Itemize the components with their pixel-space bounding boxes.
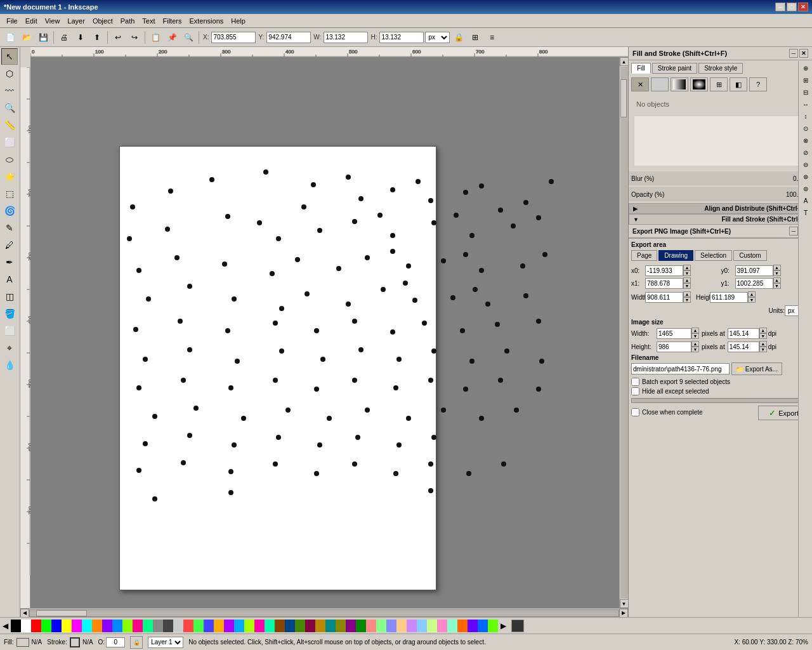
palette-color-33[interactable] bbox=[346, 620, 356, 632]
palette-color-28[interactable] bbox=[295, 620, 305, 632]
tab-page[interactable]: Page bbox=[631, 250, 657, 261]
menu-text[interactable]: Text bbox=[138, 16, 159, 26]
dot-112[interactable] bbox=[314, 471, 319, 476]
palette-color-27[interactable] bbox=[285, 620, 295, 632]
dot-85[interactable] bbox=[393, 385, 398, 390]
dot-87[interactable] bbox=[463, 387, 468, 392]
dot-92[interactable] bbox=[241, 416, 246, 421]
import-btn[interactable]: ⬇ bbox=[73, 30, 88, 45]
dot-38[interactable] bbox=[390, 249, 395, 254]
palette-scroll-right[interactable]: ▶ bbox=[498, 621, 509, 630]
snap-btn-11[interactable]: ⊚ bbox=[800, 183, 811, 194]
palette-color-12[interactable] bbox=[133, 620, 143, 632]
dot-5[interactable] bbox=[301, 204, 306, 209]
dot-95[interactable] bbox=[365, 408, 370, 413]
dot-55[interactable] bbox=[473, 287, 478, 292]
snap-btn-10[interactable]: ⊛ bbox=[800, 171, 811, 182]
dot-33[interactable] bbox=[270, 271, 275, 276]
dot-68[interactable] bbox=[143, 357, 148, 362]
palette-color-29[interactable] bbox=[305, 620, 315, 632]
palette-color-25[interactable] bbox=[265, 620, 275, 632]
snap-btn-4[interactable]: ↔ bbox=[800, 98, 811, 110]
snap-btn-7[interactable]: ⊗ bbox=[800, 135, 811, 146]
scroll-thumb-v[interactable] bbox=[620, 79, 627, 117]
palette-color-35[interactable] bbox=[366, 620, 376, 632]
pen-tool[interactable]: 🖊 bbox=[1, 237, 18, 253]
canvas-viewport[interactable] bbox=[30, 57, 619, 608]
dot-19[interactable] bbox=[276, 236, 281, 241]
dot-98[interactable] bbox=[479, 416, 484, 421]
dot-114[interactable] bbox=[393, 471, 398, 476]
dot-105[interactable] bbox=[355, 435, 360, 440]
img-height-up[interactable]: ▲ bbox=[691, 341, 699, 347]
palette-color-38[interactable] bbox=[396, 620, 407, 632]
palette-color-10[interactable] bbox=[112, 620, 122, 632]
redo-btn[interactable]: ↪ bbox=[127, 30, 142, 45]
dot-99[interactable] bbox=[514, 408, 519, 413]
dot-118[interactable] bbox=[152, 496, 157, 501]
tab-stroke-style[interactable]: Stroke style bbox=[698, 63, 743, 74]
dot-104[interactable] bbox=[317, 442, 322, 448]
dot-57[interactable] bbox=[133, 327, 138, 332]
hscroll-thumb[interactable] bbox=[36, 610, 87, 616]
palette-color-11[interactable] bbox=[122, 620, 133, 632]
palette-color-43[interactable] bbox=[447, 620, 457, 632]
w-input[interactable] bbox=[324, 32, 368, 43]
palette-color-15[interactable] bbox=[163, 620, 173, 632]
dot-73[interactable] bbox=[358, 347, 363, 352]
dot-51[interactable] bbox=[412, 298, 417, 303]
dot-102[interactable] bbox=[232, 442, 237, 448]
palette-color-24[interactable] bbox=[254, 620, 265, 632]
x0-up[interactable]: ▲ bbox=[683, 265, 691, 270]
dot-60[interactable] bbox=[273, 321, 278, 326]
dot-16[interactable] bbox=[127, 236, 132, 241]
circle-tool[interactable]: ⬭ bbox=[1, 151, 18, 168]
export-minimize[interactable]: ─ bbox=[789, 227, 798, 235]
palette-color-16[interactable] bbox=[173, 620, 183, 632]
gradient-tool[interactable]: ◫ bbox=[1, 288, 18, 305]
dot-64[interactable] bbox=[422, 321, 427, 326]
pencil-tool[interactable]: ✎ bbox=[1, 220, 18, 236]
palette-color-19[interactable] bbox=[204, 620, 214, 632]
dot-107[interactable] bbox=[431, 435, 436, 440]
connector-tool[interactable]: ⌖ bbox=[1, 340, 18, 356]
dot-7[interactable] bbox=[358, 196, 363, 201]
palette-color-22[interactable] bbox=[234, 620, 244, 632]
save-btn[interactable]: 💾 bbox=[36, 30, 51, 45]
dot-11[interactable] bbox=[463, 190, 468, 195]
3d-box-tool[interactable]: ⬚ bbox=[1, 185, 18, 202]
scroll-down-btn[interactable]: ▼ bbox=[620, 599, 629, 608]
snap-btn-12[interactable]: A bbox=[800, 195, 811, 206]
palette-color-23[interactable] bbox=[244, 620, 254, 632]
scroll-left-btn[interactable]: ◀ bbox=[20, 609, 29, 618]
no-color-swatch[interactable] bbox=[511, 620, 524, 632]
dot-1[interactable] bbox=[168, 189, 173, 194]
new-btn[interactable]: 📄 bbox=[3, 30, 18, 45]
dot-53[interactable] bbox=[450, 295, 455, 300]
dot-43[interactable] bbox=[542, 252, 547, 257]
rect-tool[interactable]: ⬜ bbox=[1, 134, 18, 150]
layer-select[interactable]: Layer 1 bbox=[148, 637, 183, 648]
zoom-tool[interactable]: 🔍 bbox=[1, 100, 18, 116]
y0-up[interactable]: ▲ bbox=[773, 265, 781, 270]
dot-13[interactable] bbox=[479, 183, 484, 189]
y1-up[interactable]: ▲ bbox=[773, 277, 781, 283]
tab-fill[interactable]: Fill bbox=[631, 63, 651, 74]
width-down[interactable]: ▼ bbox=[683, 297, 691, 303]
dot-84[interactable] bbox=[352, 378, 357, 383]
text-tool[interactable]: A bbox=[1, 271, 18, 288]
menu-edit[interactable]: Edit bbox=[22, 16, 41, 26]
dot-91[interactable] bbox=[193, 406, 199, 411]
dot-63[interactable] bbox=[390, 329, 395, 335]
dot-3[interactable] bbox=[263, 169, 268, 175]
dot-47[interactable] bbox=[279, 306, 284, 311]
dot-12[interactable] bbox=[498, 208, 503, 213]
x1-down[interactable]: ▼ bbox=[683, 283, 691, 289]
fill-pattern-btn[interactable]: ⊞ bbox=[710, 77, 728, 91]
dpi2-down[interactable]: ▼ bbox=[759, 347, 767, 352]
export-as-button[interactable]: 📁 Export As... bbox=[731, 362, 782, 375]
img-width-up[interactable]: ▲ bbox=[691, 328, 699, 333]
fill-radial-btn[interactable] bbox=[690, 77, 708, 91]
h-input[interactable] bbox=[379, 32, 424, 43]
dot-69[interactable] bbox=[187, 347, 192, 352]
